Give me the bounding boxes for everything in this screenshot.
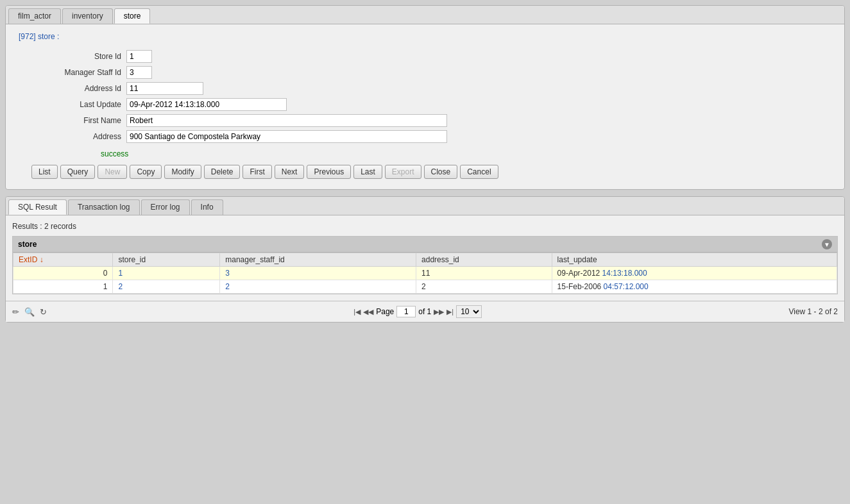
tab-film-actor[interactable]: film_actor [8, 8, 61, 24]
table-row[interactable]: 122215-Feb-2006 04:57:12.000 [13, 280, 837, 294]
first-page-btn[interactable]: |◀ [353, 308, 361, 316]
top-tabs-bar: film_actor inventory store [6, 6, 844, 24]
collapse-button[interactable]: ▼ [822, 239, 832, 249]
page-label: Page [376, 307, 394, 316]
tab-store[interactable]: store [114, 8, 151, 24]
export-button: Export [385, 165, 421, 179]
status-text: success [101, 149, 831, 158]
action-buttons: List Query New Copy Modify Delete First … [31, 165, 831, 179]
list-button[interactable]: List [31, 165, 58, 179]
table-title-bar: store ▼ [13, 237, 837, 253]
manager-staff-id-row: Manager Staff Id [44, 66, 831, 79]
first-name-label: First Name [44, 116, 121, 125]
page-input[interactable] [396, 306, 416, 317]
tab-info[interactable]: Info [191, 199, 223, 215]
record-header: [972] store : [19, 32, 831, 41]
toolbar-center: |◀ ◀◀ Page of 1 ▶▶ ▶| 10 25 50 [353, 305, 482, 318]
toolbar-left: ✏ 🔍 ↻ [12, 307, 47, 317]
last-update-input[interactable] [126, 98, 287, 111]
store-id-row: Store Id [44, 50, 831, 63]
view-summary: View 1 - 2 of 2 [788, 307, 838, 316]
bottom-panel: SQL Result Transaction log Error log Inf… [5, 196, 845, 323]
manager-staff-id-label: Manager Staff Id [44, 68, 121, 77]
table-header-row: ExtID ↓ store_id manager_staff_id addres… [13, 253, 837, 267]
tab-inventory[interactable]: inventory [62, 8, 113, 24]
cancel-button[interactable]: Cancel [460, 165, 498, 179]
new-button: New [98, 165, 127, 179]
of-page-label: of 1 [418, 307, 431, 316]
address-row: Address [44, 130, 831, 143]
store-id-label: Store Id [44, 52, 121, 61]
form-table: Store Id Manager Staff Id Address Id Las… [44, 50, 831, 143]
col-manager-staff-id[interactable]: manager_staff_id [220, 253, 416, 267]
tab-error-log[interactable]: Error log [141, 199, 190, 215]
col-store-id[interactable]: store_id [113, 253, 220, 267]
first-name-row: First Name [44, 114, 831, 127]
col-address-id[interactable]: address_id [416, 253, 552, 267]
top-panel: film_actor inventory store [972] store :… [5, 5, 845, 190]
address-input[interactable] [126, 130, 447, 143]
prev-page-btn[interactable]: ◀◀ [363, 308, 373, 316]
edit-icon[interactable]: ✏ [12, 307, 19, 317]
address-id-input[interactable] [126, 82, 203, 95]
last-update-label: Last Update [44, 100, 121, 109]
close-button[interactable]: Close [424, 165, 458, 179]
modify-button[interactable]: Modify [164, 165, 201, 179]
next-page-btn[interactable]: ▶▶ [434, 308, 444, 316]
first-button[interactable]: First [242, 165, 271, 179]
panel-content: [972] store : Store Id Manager Staff Id … [6, 24, 844, 189]
bottom-toolbar: ✏ 🔍 ↻ |◀ ◀◀ Page of 1 ▶▶ ▶| 10 25 50 Vie… [6, 301, 844, 322]
results-table-container: store ▼ ExtID ↓ store_id manager_staff_i… [12, 236, 838, 294]
search-icon[interactable]: 🔍 [24, 307, 35, 317]
store-id-input[interactable] [126, 50, 152, 63]
address-label: Address [44, 132, 121, 141]
next-button[interactable]: Next [275, 165, 305, 179]
previous-button[interactable]: Previous [307, 165, 351, 179]
tab-transaction-log[interactable]: Transaction log [68, 199, 140, 215]
last-button[interactable]: Last [353, 165, 382, 179]
bottom-tabs-bar: SQL Result Transaction log Error log Inf… [6, 197, 844, 215]
results-table: ExtID ↓ store_id manager_staff_id addres… [13, 253, 837, 294]
table-title: store [18, 240, 37, 249]
results-summary: Results : 2 records [12, 222, 838, 231]
address-id-label: Address Id [44, 84, 121, 93]
first-name-input[interactable] [126, 114, 447, 127]
bottom-content: Results : 2 records store ▼ ExtID ↓ stor… [6, 215, 844, 301]
delete-button[interactable]: Delete [204, 165, 241, 179]
col-extid[interactable]: ExtID ↓ [13, 253, 113, 267]
last-update-row: Last Update [44, 98, 831, 111]
per-page-select[interactable]: 10 25 50 [456, 305, 482, 318]
copy-button[interactable]: Copy [130, 165, 162, 179]
table-row[interactable]: 0131109-Apr-2012 14:13:18.000 [13, 267, 837, 280]
manager-staff-id-input[interactable] [126, 66, 152, 79]
address-id-row: Address Id [44, 82, 831, 95]
query-button[interactable]: Query [60, 165, 96, 179]
last-page-btn[interactable]: ▶| [446, 308, 454, 316]
col-last-update[interactable]: last_update [552, 253, 837, 267]
tab-sql-result[interactable]: SQL Result [8, 199, 67, 215]
refresh-icon[interactable]: ↻ [40, 307, 47, 317]
